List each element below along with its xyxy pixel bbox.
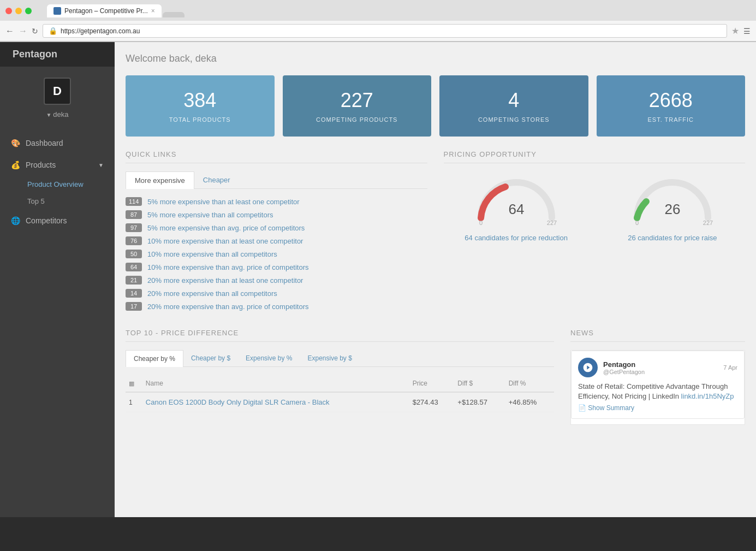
row-name[interactable]: Canon EOS 1200D Body Only Digital SLR Ca…: [142, 392, 409, 412]
sidebar-sub-item-top5[interactable]: Top 5: [0, 193, 115, 210]
address-bar[interactable]: 🔒 https://getpentagon.com.au: [43, 24, 727, 38]
stat-number-total-products: 384: [134, 89, 266, 112]
sidebar-logo: D: [44, 78, 71, 105]
gauges-row: 64 0 227 64 candidates for price reducti…: [444, 171, 746, 242]
tab-cheaper-pct[interactable]: Cheaper by %: [126, 350, 183, 367]
ql-link-2[interactable]: 5% more expensive than avg. price of com…: [147, 224, 305, 232]
sidebar-brand-row: Pentagon: [0, 42, 115, 67]
ql-link-3[interactable]: 10% more expensive than at least one com…: [147, 237, 303, 245]
stat-card-competing-stores: 4 COMPETING STORES: [439, 75, 588, 137]
pricing-opportunity-title: PRICING OPPORTUNITY: [444, 150, 746, 163]
svg-text:26: 26: [664, 201, 680, 217]
row-price: $274.43: [409, 392, 455, 412]
ql-badge-8: 17: [126, 302, 142, 311]
list-item: 64 10% more expensive than avg. price of…: [126, 263, 427, 271]
sidebar-item-competitors[interactable]: 🌐 Competitors: [0, 210, 115, 232]
products-icon: 💰: [11, 161, 20, 169]
quick-links-tabs: More expensive Cheaper: [126, 171, 427, 189]
svg-text:0: 0: [635, 220, 639, 226]
back-button[interactable]: ←: [5, 26, 14, 36]
gauge-svg-left: 64 0 227: [473, 171, 560, 226]
tab-expensive-dollar[interactable]: Expensive by $: [300, 350, 359, 366]
sidebar-user[interactable]: ▼ deka: [0, 108, 115, 121]
svg-text:64: 64: [508, 201, 524, 217]
browser-chrome: Pentagon – Competitive Pr... × ← → ↻ 🔒 h…: [0, 0, 756, 42]
ql-link-4[interactable]: 10% more expensive than all competitors: [147, 250, 277, 258]
list-item: 14 20% more expensive than all competito…: [126, 289, 427, 298]
ql-badge-5: 64: [126, 263, 142, 271]
ql-link-0[interactable]: 5% more expensive than at least one comp…: [147, 198, 299, 206]
gauge-right-label[interactable]: 26 candidates for price raise: [600, 234, 745, 242]
pricing-opportunity-section: PRICING OPPORTUNITY 64 0: [444, 150, 746, 315]
gauge-price-reduction: 64 0 227 64 candidates for price reducti…: [444, 171, 589, 242]
gauge-svg-right: 26 0 227: [629, 171, 716, 226]
quick-links-list: 114 5% more expensive than at least one …: [126, 197, 427, 311]
refresh-button[interactable]: ↻: [32, 27, 38, 35]
sidebar-sub-item-product-overview[interactable]: Product Overview: [0, 176, 115, 193]
forward-button[interactable]: →: [19, 26, 27, 36]
ql-badge-0: 114: [126, 197, 142, 206]
list-item: 17 20% more expensive than avg. price of…: [126, 302, 427, 311]
welcome-message: Welcome back, deka: [126, 53, 745, 64]
stat-label-competing-products: COMPETING PRODUCTS: [291, 116, 424, 123]
quick-links-title: QUICK LINKS: [126, 150, 427, 163]
gauge-price-raise: 26 0 227 26 candidates for price raise: [600, 171, 745, 242]
menu-icon[interactable]: ☰: [743, 27, 751, 35]
ql-link-6[interactable]: 20% more expensive than at least one com…: [147, 276, 303, 285]
news-title: NEWS: [570, 329, 745, 342]
col-header-rank: ▩: [126, 375, 142, 392]
row-diff-pct: +46.85%: [505, 392, 554, 412]
col-header-price: Price: [409, 375, 455, 392]
stat-number-competing-stores: 4: [448, 89, 580, 112]
stat-card-competing-products: 227 COMPETING PRODUCTS: [283, 75, 432, 137]
stat-card-total-products: 384 TOTAL PRODUCTS: [126, 75, 275, 137]
ql-link-8[interactable]: 20% more expensive than avg. price of co…: [147, 303, 309, 311]
tab-expensive-dollar-label: Expensive by $: [307, 354, 352, 362]
logo-letter: D: [53, 84, 62, 98]
ql-badge-1: 87: [126, 210, 142, 219]
price-diff-table: ▩ Name Price Diff $ Diff % 1 Canon EOS 1…: [126, 375, 554, 412]
news-source-name: Pentagon: [603, 360, 718, 369]
list-item: 21 20% more expensive than at least one …: [126, 276, 427, 285]
tab-cheaper[interactable]: Cheaper: [194, 171, 239, 188]
user-name: deka: [53, 110, 68, 119]
sidebar-item-dashboard[interactable]: 🎨 Dashboard: [0, 132, 115, 154]
news-link[interactable]: linkd.in/1h5NyZp: [681, 392, 734, 400]
brand-title: Pentagon: [13, 49, 57, 60]
document-icon: 📄: [578, 404, 588, 412]
active-tab[interactable]: Pentagon – Competitive Pr... ×: [47, 4, 162, 17]
competitors-label: Competitors: [26, 216, 67, 225]
sidebar-item-products[interactable]: 💰 Products ▼: [0, 154, 115, 176]
show-summary-label: Show Summary: [588, 404, 634, 412]
inactive-tab[interactable]: [163, 12, 184, 17]
stat-label-est-traffic: EST. TRAFFIC: [605, 116, 737, 123]
price-diff-title: TOP 10 - PRICE DIFFERENCE: [126, 329, 554, 342]
ql-badge-6: 21: [126, 276, 142, 285]
tab-cheaper-label: Cheaper: [203, 176, 230, 184]
tab-expensive-pct[interactable]: Expensive by %: [238, 350, 300, 366]
news-source: Pentagon @GetPentagon: [603, 360, 718, 375]
tab-close-icon[interactable]: ×: [151, 7, 155, 15]
col-header-diff-pct: Diff %: [505, 375, 554, 392]
list-item: 87 5% more expensive than all competitor…: [126, 210, 427, 219]
sort-icon: ▩: [129, 380, 134, 387]
main-content: Welcome back, deka 384 TOTAL PRODUCTS 22…: [115, 42, 756, 517]
gauge-left-label[interactable]: 64 candidates for price reduction: [444, 234, 589, 242]
tab-more-expensive[interactable]: More expensive: [126, 171, 194, 189]
star-icon[interactable]: ★: [731, 26, 739, 36]
ql-link-7[interactable]: 20% more expensive than all competitors: [147, 289, 277, 298]
tab-cheaper-dollar[interactable]: Cheaper by $: [183, 350, 238, 366]
list-item: 114 5% more expensive than at least one …: [126, 197, 427, 206]
news-scroll-area[interactable]: Pentagon @GetPentagon 7 Apr State of Ret…: [570, 350, 745, 425]
list-item: 97 5% more expensive than avg. price of …: [126, 223, 427, 232]
ql-link-1[interactable]: 5% more expensive than all competitors: [147, 211, 273, 219]
list-item: 76 10% more expensive than at least one …: [126, 236, 427, 245]
url-text: https://getpentagon.com.au: [61, 27, 140, 35]
browser-action-icons: ★ ☰: [731, 26, 751, 36]
ql-link-5[interactable]: 10% more expensive than avg. price of co…: [147, 263, 309, 271]
active-tab-title: Pentagon – Competitive Pr...: [64, 7, 148, 15]
ql-badge-2: 97: [126, 223, 142, 232]
svg-text:0: 0: [479, 220, 483, 226]
news-show-summary[interactable]: 📄 Show Summary: [578, 404, 737, 412]
news-date: 7 Apr: [723, 364, 737, 371]
